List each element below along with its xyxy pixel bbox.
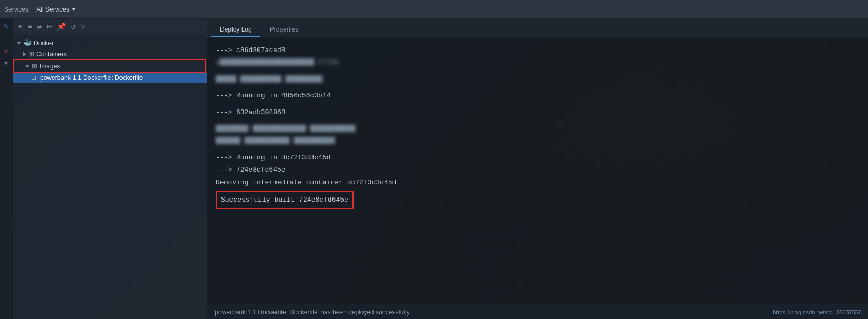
- plus-icon[interactable]: +: [4, 35, 8, 43]
- log-spacer-4: [216, 118, 860, 123]
- success-built-box: Successfully built 724e8cfd645e: [216, 191, 354, 209]
- all-services-button[interactable]: All Services: [34, 5, 78, 14]
- docker-icon: 🐳: [23, 39, 32, 47]
- close-icon[interactable]: ✕: [4, 47, 8, 55]
- sidebar: + ≡ ⇌ ⊞ 📌 ↺ ▽ 🐳 Docker ⊞ Containers: [13, 19, 207, 319]
- log-content[interactable]: ---> c86d307adad8 p█████████████████████…: [207, 38, 868, 304]
- log-line-removing: Removing intermediate container dc72f3d3…: [216, 176, 860, 188]
- docker-expand-arrow-icon: [17, 42, 21, 45]
- log-line-3: █████ ██████████ █████████: [216, 73, 860, 85]
- containers-expand-arrow-icon: [23, 52, 26, 56]
- top-toolbar: Services: All Services: [0, 0, 868, 19]
- refresh-toolbar-icon[interactable]: ↺: [70, 22, 76, 32]
- images-icon: ⊞: [32, 62, 37, 70]
- status-message: 'powerbank:1.1 Dockerfile: Dockerfile' h…: [214, 308, 411, 316]
- url-text: https://blog.csdn.net/qq_38637558: [773, 309, 862, 315]
- filter-bottom-icon[interactable]: ▼: [4, 59, 8, 67]
- left-icon-bar: ✎ + ✕ ▼: [0, 19, 13, 319]
- tree-item-powerbank[interactable]: powerbank:1.1 Dockerfile: Dockerfile: [13, 73, 207, 83]
- list-toolbar-icon[interactable]: ≡: [26, 22, 33, 32]
- log-line-blurred-2: ██████ ███████████ ██████████: [216, 135, 860, 147]
- tree-item-containers[interactable]: ⊞ Containers: [13, 48, 207, 59]
- containers-label: Containers: [36, 51, 67, 58]
- log-spacer-1: [216, 69, 860, 73]
- tab-deploy-log[interactable]: Deploy Log: [211, 23, 260, 37]
- tab-properties[interactable]: Properties: [261, 23, 307, 37]
- tree-item-docker[interactable]: 🐳 Docker: [13, 37, 207, 48]
- all-services-chevron-icon: [72, 8, 76, 11]
- sidebar-tree: 🐳 Docker ⊞ Containers ⊞ Images powerbank…: [13, 35, 207, 319]
- filter-toolbar-icon[interactable]: ▽: [79, 22, 86, 32]
- log-line-2: p███████████████████████ 8729b: [216, 56, 860, 68]
- powerbank-file-icon: [32, 76, 36, 80]
- split-toolbar-icon[interactable]: ⇌: [36, 22, 43, 32]
- services-label: Services:: [4, 6, 30, 13]
- docker-label: Docker: [34, 39, 54, 47]
- log-spacer-3: [216, 102, 860, 106]
- right-panel: Deploy Log Properties ---> c86d307adad8 …: [207, 19, 868, 319]
- tabs-bar: Deploy Log Properties: [207, 19, 868, 38]
- containers-icon: ⊞: [28, 50, 34, 58]
- tree-item-images[interactable]: ⊞ Images: [15, 61, 205, 72]
- log-line-1: ---> c86d307adad8: [216, 44, 860, 56]
- log-line-blurred-1: ████████ █████████████ ███████████: [216, 123, 860, 135]
- log-spacer-5: [216, 147, 860, 152]
- log-line-running-2: ---> Running in dc72f3d3c45d: [216, 152, 860, 164]
- main-layout: ✎ + ✕ ▼ + ≡ ⇌ ⊞ 📌 ↺ ▽ 🐳 Docker: [0, 19, 868, 319]
- images-label: Images: [39, 63, 60, 70]
- sidebar-toolbar: + ≡ ⇌ ⊞ 📌 ↺ ▽: [13, 19, 207, 35]
- images-expand-arrow-icon: [25, 65, 29, 68]
- all-services-text: All Services: [36, 6, 69, 13]
- log-line-running-1: ---> Running in 4856c56c3b14: [216, 89, 860, 102]
- grid-toolbar-icon[interactable]: ⊞: [46, 22, 52, 32]
- pin-toolbar-icon[interactable]: 📌: [56, 22, 67, 32]
- log-line-632: ---> 632adb398068: [216, 106, 860, 118]
- add-toolbar-icon[interactable]: +: [17, 22, 23, 32]
- log-spacer-2: [216, 85, 860, 89]
- add-icon[interactable]: ✎: [4, 22, 8, 31]
- log-line-724: ---> 724e8cfd645e: [216, 164, 860, 176]
- status-bar: 'powerbank:1.1 Dockerfile: Dockerfile' h…: [207, 304, 868, 319]
- powerbank-label: powerbank:1.1 Dockerfile: Dockerfile: [40, 74, 143, 82]
